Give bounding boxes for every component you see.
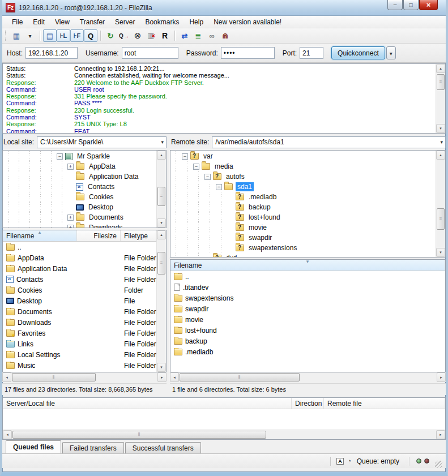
scroll-left-button[interactable]: ◂ <box>170 372 179 382</box>
column-remote-file[interactable]: Remote file <box>324 398 445 409</box>
scroll-down-button[interactable]: ▾ <box>436 124 445 133</box>
file-row[interactable]: backup <box>170 336 445 346</box>
tree-item-var[interactable]: var <box>170 151 436 161</box>
search-button[interactable] <box>219 29 232 42</box>
scroll-up-button[interactable]: ▴ <box>157 230 166 239</box>
message-log[interactable]: Status:Connecting to 192.168.1.20:21... … <box>2 63 446 134</box>
close-button[interactable] <box>419 0 438 10</box>
scrollbar-thumb[interactable] <box>12 373 96 381</box>
column-filename[interactable]: Filename▴ <box>3 230 77 241</box>
file-row[interactable]: LinksFile Folder <box>3 338 156 349</box>
site-manager-dropdown[interactable] <box>23 29 37 42</box>
remote-site-combo[interactable]: /var/media/autofs/sda1 ▾ <box>212 136 446 148</box>
file-row[interactable]: movie <box>170 314 445 325</box>
scrollbar-thumb[interactable] <box>12 431 266 439</box>
file-row[interactable]: DownloadsFile Folder <box>3 317 156 328</box>
menu-transfer[interactable]: Transfer <box>75 17 110 27</box>
scrollbar-thumb[interactable] <box>157 187 165 206</box>
collapse-icon[interactable] <box>182 153 188 160</box>
file-row[interactable]: MusicFile Folder <box>3 360 156 371</box>
collapse-icon[interactable] <box>204 174 211 180</box>
scroll-up-button[interactable]: ▴ <box>157 151 166 160</box>
file-row[interactable]: .titandev <box>170 282 445 293</box>
tree-item-dvd[interactable]: dvd <box>170 253 436 258</box>
scrollbar-thumb[interactable] <box>157 252 165 275</box>
expand-icon[interactable] <box>67 225 74 229</box>
password-input[interactable] <box>221 47 275 59</box>
transfer-queue-panel[interactable]: Server/Local file Direction Remote file … <box>2 397 446 440</box>
local-horizontal-scrollbar[interactable]: ◂ ▸ <box>2 372 167 382</box>
filter-button[interactable] <box>191 29 205 42</box>
tree-item-sda1[interactable]: sda1 <box>170 182 436 192</box>
menu-new-version[interactable]: New version available! <box>208 17 287 27</box>
tree-item-cookies[interactable]: Cookies <box>3 192 156 202</box>
username-input[interactable] <box>122 47 178 59</box>
remote-tree-toggle[interactable] <box>70 29 84 42</box>
file-row[interactable]: DesktopFile <box>3 295 156 306</box>
tree-item-swapextensions[interactable]: swapextensions <box>170 243 436 253</box>
site-manager-button[interactable] <box>10 29 23 42</box>
menu-server[interactable]: Server <box>110 17 140 27</box>
directory-comparison-button[interactable] <box>178 29 191 42</box>
collapse-icon[interactable] <box>216 184 222 190</box>
tree-item-application-data[interactable]: Application Data <box>3 171 156 182</box>
remote-directory-tree[interactable]: var media autofs sda1 .mediadb backup lo… <box>170 150 446 258</box>
expand-icon[interactable] <box>67 215 74 221</box>
synchronized-browsing-button[interactable] <box>205 29 219 42</box>
tree-item-lost-found[interactable]: lost+found <box>170 212 436 222</box>
tree-item-autofs[interactable]: autofs <box>170 171 436 182</box>
column-filename[interactable]: Filename▾ <box>170 260 445 271</box>
process-queue-button[interactable] <box>117 29 131 42</box>
chevron-down-icon[interactable]: ▾ <box>439 139 444 145</box>
file-row[interactable]: .mediadb <box>170 346 445 357</box>
scroll-up-button[interactable]: ▴ <box>436 64 445 73</box>
tree-item-desktop[interactable]: Desktop <box>3 202 156 212</box>
tree-item-movie[interactable]: movie <box>170 222 436 233</box>
titlebar[interactable]: Fz 192.168.1.20 - root@192.168.1.20 - Fi… <box>2 0 446 16</box>
column-filesize[interactable]: Filesize <box>77 230 121 241</box>
queue-horizontal-scrollbar[interactable]: ◂ ▸ <box>3 430 445 439</box>
file-row[interactable]: swapdir <box>170 303 445 314</box>
file-row[interactable]: Application DataFile Folder <box>3 263 156 274</box>
scroll-left-button[interactable]: ◂ <box>2 372 11 382</box>
transfer-type-icon[interactable] <box>336 458 344 465</box>
scroll-right-button[interactable]: ▸ <box>157 372 167 382</box>
scrollbar-thumb[interactable] <box>437 74 445 90</box>
file-row[interactable]: FavoritesFile Folder <box>3 328 156 338</box>
host-input[interactable] <box>25 47 78 59</box>
chevron-down-icon[interactable]: ▾ <box>160 139 165 145</box>
remote-file-list[interactable]: Filename▾ .. .titandev swapextensions sw… <box>170 259 446 372</box>
disconnect-button[interactable] <box>144 29 158 42</box>
tree-item-mr-sparkle[interactable]: Mr Sparkle <box>3 151 156 161</box>
scroll-up-button[interactable]: ▴ <box>436 151 445 160</box>
menu-bookmarks[interactable]: Bookmarks <box>140 17 184 27</box>
scrollbar-thumb[interactable] <box>180 373 300 381</box>
file-row[interactable]: AppDataFile Folder <box>3 252 156 263</box>
tree-item-contacts[interactable]: Contacts <box>3 182 156 192</box>
menu-help[interactable]: Help <box>184 17 208 27</box>
file-row[interactable]: ContactsFile Folder <box>3 274 156 285</box>
menu-file[interactable]: File <box>7 17 28 27</box>
port-input[interactable] <box>300 47 323 59</box>
remote-tree-scrollbar[interactable]: ▴ ▾ <box>436 151 445 257</box>
tab-successful-transfers[interactable]: Successful transfers <box>125 442 201 453</box>
menu-edit[interactable]: Edit <box>28 17 50 27</box>
local-site-combo[interactable]: C:\Users\Mr Sparkle\ ▾ <box>37 136 167 148</box>
file-row[interactable]: .. <box>3 242 156 252</box>
remote-horizontal-scrollbar[interactable]: ◂ ▸ <box>170 372 446 382</box>
local-directory-tree[interactable]: Mr Sparkle AppData Application Data Cont… <box>2 150 167 228</box>
resize-grip[interactable] <box>435 461 442 468</box>
toolbar-grip[interactable] <box>5 31 7 41</box>
local-list-scrollbar[interactable]: ▴ ▾ <box>156 230 166 372</box>
queue-toggle[interactable] <box>84 29 97 42</box>
tree-item-backup[interactable]: backup <box>170 202 436 212</box>
local-tree-toggle[interactable] <box>57 29 70 42</box>
column-server-local-file[interactable]: Server/Local file <box>3 398 292 409</box>
tab-failed-transfers[interactable]: Failed transfers <box>62 442 124 453</box>
scroll-down-button[interactable]: ▾ <box>157 363 166 372</box>
tree-item-downloads[interactable]: Downloads <box>3 222 156 228</box>
column-direction[interactable]: Direction <box>292 398 324 409</box>
scroll-right-button[interactable]: ▸ <box>437 372 446 382</box>
menu-view[interactable]: View <box>50 17 75 27</box>
cancel-button[interactable] <box>131 29 144 42</box>
